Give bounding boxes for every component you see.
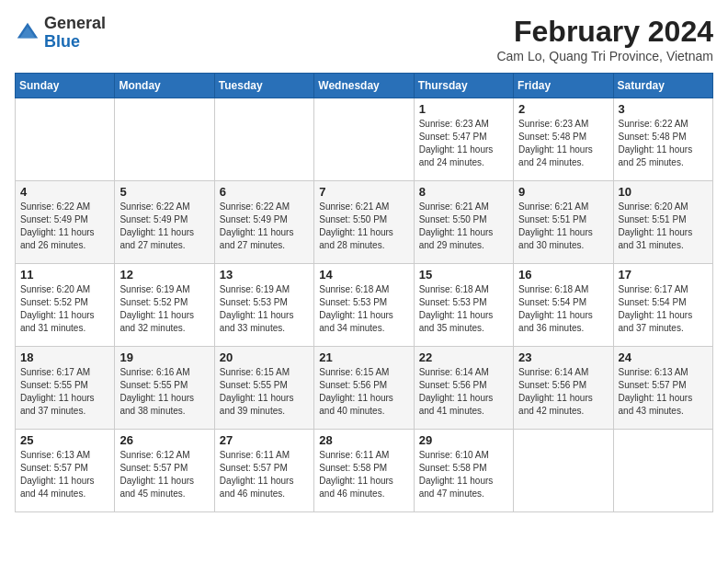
day-number: 20 — [220, 350, 309, 364]
day-cell: 9Sunrise: 6:21 AM Sunset: 5:51 PM Daylig… — [514, 181, 613, 264]
header-day-sunday: Sunday — [16, 74, 115, 98]
week-row-4: 25Sunrise: 6:13 AM Sunset: 5:57 PM Dayli… — [16, 430, 713, 512]
day-info: Sunrise: 6:15 AM Sunset: 5:56 PM Dayligh… — [319, 366, 408, 418]
day-cell: 2Sunrise: 6:23 AM Sunset: 5:48 PM Daylig… — [514, 98, 613, 181]
day-info: Sunrise: 6:23 AM Sunset: 5:48 PM Dayligh… — [518, 118, 608, 169]
day-number: 16 — [518, 268, 608, 282]
day-cell: 11Sunrise: 6:20 AM Sunset: 5:52 PM Dayli… — [16, 264, 115, 347]
day-number: 14 — [319, 268, 408, 282]
day-cell: 20Sunrise: 6:15 AM Sunset: 5:55 PM Dayli… — [214, 347, 313, 430]
day-cell: 1Sunrise: 6:23 AM Sunset: 5:47 PM Daylig… — [414, 98, 513, 181]
day-cell: 24Sunrise: 6:13 AM Sunset: 5:57 PM Dayli… — [613, 347, 712, 430]
day-number: 11 — [20, 268, 109, 282]
day-number: 8 — [419, 185, 508, 199]
day-cell: 18Sunrise: 6:17 AM Sunset: 5:55 PM Dayli… — [16, 347, 115, 430]
header-day-saturday: Saturday — [613, 74, 712, 98]
header-day-wednesday: Wednesday — [314, 74, 414, 98]
day-cell: 13Sunrise: 6:19 AM Sunset: 5:53 PM Dayli… — [214, 264, 313, 347]
day-info: Sunrise: 6:14 AM Sunset: 5:56 PM Dayligh… — [419, 366, 508, 418]
day-cell — [16, 98, 115, 181]
header-day-thursday: Thursday — [414, 74, 513, 98]
day-number: 15 — [419, 268, 508, 282]
day-cell — [314, 98, 414, 181]
day-info: Sunrise: 6:21 AM Sunset: 5:50 PM Dayligh… — [419, 201, 508, 252]
logo: General Blue — [15, 15, 106, 52]
day-cell: 19Sunrise: 6:16 AM Sunset: 5:55 PM Dayli… — [115, 347, 214, 430]
day-cell — [214, 98, 313, 181]
day-info: Sunrise: 6:19 AM Sunset: 5:52 PM Dayligh… — [119, 283, 209, 335]
day-cell: 5Sunrise: 6:22 AM Sunset: 5:49 PM Daylig… — [115, 181, 214, 264]
day-info: Sunrise: 6:18 AM Sunset: 5:53 PM Dayligh… — [319, 283, 408, 335]
day-info: Sunrise: 6:21 AM Sunset: 5:51 PM Dayligh… — [518, 201, 608, 252]
day-info: Sunrise: 6:12 AM Sunset: 5:57 PM Dayligh… — [119, 449, 209, 500]
day-cell: 25Sunrise: 6:13 AM Sunset: 5:57 PM Dayli… — [16, 430, 115, 512]
day-cell: 3Sunrise: 6:22 AM Sunset: 5:48 PM Daylig… — [613, 98, 712, 181]
day-cell: 29Sunrise: 6:10 AM Sunset: 5:58 PM Dayli… — [414, 430, 513, 512]
header-day-monday: Monday — [115, 74, 214, 98]
day-cell: 12Sunrise: 6:19 AM Sunset: 5:52 PM Dayli… — [115, 264, 214, 347]
day-cell: 26Sunrise: 6:12 AM Sunset: 5:57 PM Dayli… — [115, 430, 214, 512]
day-info: Sunrise: 6:22 AM Sunset: 5:49 PM Dayligh… — [119, 201, 209, 252]
day-info: Sunrise: 6:22 AM Sunset: 5:48 PM Dayligh… — [619, 118, 708, 169]
day-info: Sunrise: 6:21 AM Sunset: 5:50 PM Dayligh… — [319, 201, 408, 252]
header-day-tuesday: Tuesday — [214, 74, 313, 98]
day-info: Sunrise: 6:16 AM Sunset: 5:55 PM Dayligh… — [119, 366, 209, 418]
day-info: Sunrise: 6:20 AM Sunset: 5:51 PM Dayligh… — [619, 201, 708, 252]
day-info: Sunrise: 6:13 AM Sunset: 5:57 PM Dayligh… — [20, 449, 109, 500]
day-number: 26 — [119, 433, 209, 447]
day-info: Sunrise: 6:17 AM Sunset: 5:54 PM Dayligh… — [619, 283, 708, 335]
day-number: 12 — [119, 268, 209, 282]
day-cell: 21Sunrise: 6:15 AM Sunset: 5:56 PM Dayli… — [314, 347, 414, 430]
day-cell — [115, 98, 214, 181]
week-row-0: 1Sunrise: 6:23 AM Sunset: 5:47 PM Daylig… — [16, 98, 713, 181]
day-number: 25 — [20, 433, 109, 447]
day-number: 5 — [119, 185, 209, 199]
day-cell: 6Sunrise: 6:22 AM Sunset: 5:49 PM Daylig… — [214, 181, 313, 264]
day-cell: 10Sunrise: 6:20 AM Sunset: 5:51 PM Dayli… — [613, 181, 712, 264]
calendar-title: February 2024 — [496, 15, 713, 49]
day-cell: 16Sunrise: 6:18 AM Sunset: 5:54 PM Dayli… — [514, 264, 613, 347]
day-cell: 4Sunrise: 6:22 AM Sunset: 5:49 PM Daylig… — [16, 181, 115, 264]
day-number: 19 — [119, 350, 209, 364]
logo-icon — [15, 20, 40, 46]
week-row-2: 11Sunrise: 6:20 AM Sunset: 5:52 PM Dayli… — [16, 264, 713, 347]
day-cell: 15Sunrise: 6:18 AM Sunset: 5:53 PM Dayli… — [414, 264, 513, 347]
day-info: Sunrise: 6:18 AM Sunset: 5:53 PM Dayligh… — [419, 283, 508, 335]
day-info: Sunrise: 6:15 AM Sunset: 5:55 PM Dayligh… — [220, 366, 309, 418]
day-number: 17 — [619, 268, 708, 282]
day-cell: 8Sunrise: 6:21 AM Sunset: 5:50 PM Daylig… — [414, 181, 513, 264]
day-info: Sunrise: 6:10 AM Sunset: 5:58 PM Dayligh… — [419, 449, 508, 500]
week-row-1: 4Sunrise: 6:22 AM Sunset: 5:49 PM Daylig… — [16, 181, 713, 264]
day-number: 2 — [518, 102, 608, 116]
day-number: 21 — [319, 350, 408, 364]
day-info: Sunrise: 6:17 AM Sunset: 5:55 PM Dayligh… — [20, 366, 109, 418]
day-cell: 23Sunrise: 6:14 AM Sunset: 5:56 PM Dayli… — [514, 347, 613, 430]
header: General Blue February 2024 Cam Lo, Quang… — [15, 15, 713, 63]
day-cell: 7Sunrise: 6:21 AM Sunset: 5:50 PM Daylig… — [314, 181, 414, 264]
day-info: Sunrise: 6:18 AM Sunset: 5:54 PM Dayligh… — [518, 283, 608, 335]
day-number: 7 — [319, 185, 408, 199]
day-number: 27 — [220, 433, 309, 447]
day-cell: 17Sunrise: 6:17 AM Sunset: 5:54 PM Dayli… — [613, 264, 712, 347]
day-number: 23 — [518, 350, 608, 364]
day-cell — [613, 430, 712, 512]
day-info: Sunrise: 6:22 AM Sunset: 5:49 PM Dayligh… — [220, 201, 309, 252]
day-cell: 28Sunrise: 6:11 AM Sunset: 5:58 PM Dayli… — [314, 430, 414, 512]
day-cell — [514, 430, 613, 512]
day-info: Sunrise: 6:22 AM Sunset: 5:49 PM Dayligh… — [20, 201, 109, 252]
day-number: 18 — [20, 350, 109, 364]
day-number: 13 — [220, 268, 309, 282]
day-info: Sunrise: 6:20 AM Sunset: 5:52 PM Dayligh… — [20, 283, 109, 335]
day-cell: 14Sunrise: 6:18 AM Sunset: 5:53 PM Dayli… — [314, 264, 414, 347]
week-row-3: 18Sunrise: 6:17 AM Sunset: 5:55 PM Dayli… — [16, 347, 713, 430]
day-number: 4 — [20, 185, 109, 199]
day-info: Sunrise: 6:13 AM Sunset: 5:57 PM Dayligh… — [619, 366, 708, 418]
day-number: 9 — [518, 185, 608, 199]
calendar-header-row: SundayMondayTuesdayWednesdayThursdayFrid… — [16, 74, 713, 98]
day-number: 22 — [419, 350, 508, 364]
day-number: 6 — [220, 185, 309, 199]
day-cell: 22Sunrise: 6:14 AM Sunset: 5:56 PM Dayli… — [414, 347, 513, 430]
day-info: Sunrise: 6:19 AM Sunset: 5:53 PM Dayligh… — [220, 283, 309, 335]
day-number: 10 — [619, 185, 708, 199]
calendar-subtitle: Cam Lo, Quang Tri Province, Vietnam — [496, 49, 713, 63]
